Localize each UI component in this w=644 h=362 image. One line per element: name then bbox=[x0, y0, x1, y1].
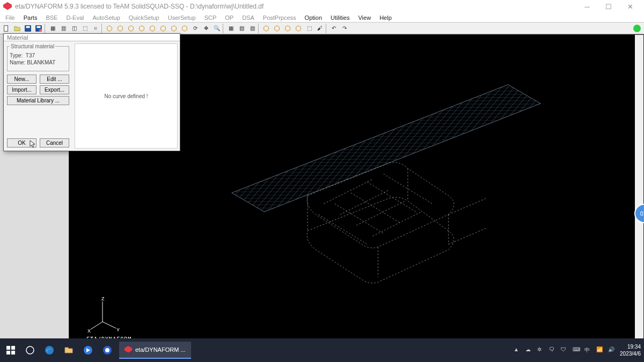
svg-rect-4 bbox=[37, 26, 41, 28]
dialog-title: Material bbox=[4, 34, 180, 41]
new-file-icon[interactable] bbox=[1, 24, 12, 33]
curve-preview: No curve defined ! bbox=[75, 43, 178, 149]
svg-rect-0 bbox=[4, 25, 8, 31]
redo-icon[interactable]: ↷ bbox=[339, 24, 350, 33]
rotate-icon[interactable]: ⟳ bbox=[190, 24, 201, 33]
cube-icon[interactable] bbox=[169, 24, 179, 33]
viewport-scrollbar[interactable] bbox=[635, 35, 643, 340]
cortana-icon[interactable] bbox=[23, 343, 38, 358]
main-toolbar: ▦ ▥ ◫ ⬚ ⌗ ⟳ ✥ 🔍 ▦ ▧ ▨ ⬚ 🖌 ↶ ↷ bbox=[0, 23, 644, 34]
tool-icon[interactable]: ▦ bbox=[47, 24, 58, 33]
menu-usersetup[interactable]: UserSetup bbox=[165, 14, 199, 21]
tray-icon[interactable]: ⌨ bbox=[573, 346, 580, 354]
tray-icon[interactable]: ▲ bbox=[514, 346, 521, 354]
edit-material-button[interactable]: Edit ... bbox=[40, 75, 69, 84]
export-material-button[interactable]: Export... bbox=[40, 85, 69, 94]
menu-bar: FilePartsBSED-EvalAutoSetupQuickSetupUse… bbox=[0, 13, 644, 23]
save-icon[interactable] bbox=[23, 24, 33, 33]
zoom-icon[interactable]: 🔍 bbox=[211, 24, 222, 33]
menu-dsa[interactable]: DSA bbox=[239, 14, 258, 21]
window-title: eta/DYNAFORM 5.9.3 licensed to TeAM Soli… bbox=[15, 3, 264, 10]
maximize-button[interactable]: ☐ bbox=[598, 0, 619, 13]
structural-material-group: Structural material Type: T37 Name: BLAN… bbox=[7, 43, 69, 71]
menu-option[interactable]: Option bbox=[302, 14, 325, 21]
tray-icon[interactable]: 🛡 bbox=[561, 346, 568, 354]
cube-icon[interactable] bbox=[136, 24, 147, 33]
cube-icon[interactable] bbox=[179, 24, 190, 33]
menu-postprpcess[interactable]: PostPrpcess bbox=[260, 14, 299, 21]
cube-icon[interactable] bbox=[126, 24, 136, 33]
tray-icon[interactable]: 🗨 bbox=[549, 346, 557, 354]
file-explorer-icon[interactable] bbox=[61, 343, 76, 358]
new-material-button[interactable]: New... bbox=[7, 75, 36, 84]
cube-icon[interactable] bbox=[272, 24, 282, 33]
svg-rect-25 bbox=[6, 351, 10, 354]
browser-icon[interactable] bbox=[100, 343, 115, 358]
save-as-icon[interactable] bbox=[33, 24, 44, 33]
import-material-button[interactable]: Import... bbox=[7, 85, 36, 94]
svg-rect-2 bbox=[26, 26, 30, 28]
svg-line-19 bbox=[103, 322, 116, 328]
cube-icon[interactable] bbox=[293, 24, 304, 33]
material-dialog: Material Structural material Type: T37 N… bbox=[3, 33, 180, 151]
window-titlebar: eta/DYNAFORM 5.9.3 licensed to TeAM Soli… bbox=[0, 0, 644, 13]
app-icon[interactable] bbox=[80, 343, 96, 358]
undo-icon[interactable]: ↶ bbox=[328, 24, 339, 33]
tool-icon[interactable]: ▥ bbox=[58, 24, 69, 33]
start-button[interactable] bbox=[3, 343, 18, 358]
menu-utilities[interactable]: Utilities bbox=[327, 14, 353, 21]
svg-line-10 bbox=[356, 201, 405, 225]
wifi-icon[interactable]: 📶 bbox=[596, 346, 604, 354]
menu-help[interactable]: Help bbox=[376, 14, 395, 21]
cube-icon[interactable] bbox=[147, 24, 158, 33]
edge-icon[interactable] bbox=[42, 343, 57, 358]
cancel-button[interactable]: Cancel bbox=[40, 138, 69, 147]
svg-point-27 bbox=[26, 346, 34, 354]
minimize-button[interactable]: ─ bbox=[576, 0, 598, 13]
menu-scp[interactable]: SCP bbox=[201, 14, 220, 21]
svg-marker-7 bbox=[232, 85, 540, 212]
app-logo-icon bbox=[125, 346, 132, 353]
volume-icon[interactable]: 🔊 bbox=[608, 346, 616, 354]
menu-op[interactable]: OP bbox=[222, 14, 237, 21]
svg-line-11 bbox=[372, 212, 421, 236]
tool-icon[interactable]: ⌗ bbox=[90, 24, 101, 33]
tray-icon[interactable]: 中 bbox=[584, 346, 592, 354]
svg-rect-23 bbox=[6, 346, 10, 350]
cube-icon[interactable] bbox=[104, 24, 115, 33]
brush-icon[interactable]: 🖌 bbox=[314, 24, 325, 33]
menu-d-eval[interactable]: D-Eval bbox=[63, 14, 87, 21]
cube-icon[interactable] bbox=[115, 24, 126, 33]
windows-taskbar[interactable]: eta/DYNAFORM ... ▲ ☁ ✲ 🗨 🛡 ⌨ 中 📶 🔊 19:34… bbox=[0, 338, 644, 362]
tool-icon[interactable]: ⬚ bbox=[304, 24, 314, 33]
svg-line-15 bbox=[367, 182, 416, 212]
cube-icon[interactable] bbox=[282, 24, 293, 33]
menu-quicksetup[interactable]: QuickSetup bbox=[126, 14, 163, 21]
close-button[interactable]: ✕ bbox=[619, 0, 641, 13]
taskbar-clock[interactable]: 19:34 2023/4/6 bbox=[620, 343, 641, 357]
grid-icon[interactable]: ▨ bbox=[247, 24, 258, 33]
svg-text:X: X bbox=[87, 328, 91, 334]
ok-button[interactable]: OK bbox=[7, 138, 36, 147]
menu-bse[interactable]: BSE bbox=[42, 14, 61, 21]
material-type-value: T37 bbox=[26, 53, 35, 58]
grid-icon[interactable]: ▧ bbox=[236, 24, 247, 33]
tray-icon[interactable]: ✲ bbox=[537, 346, 545, 354]
grid-icon[interactable]: ▦ bbox=[225, 24, 236, 33]
cube-icon[interactable] bbox=[158, 24, 169, 33]
taskbar-app-button[interactable]: eta/DYNAFORM ... bbox=[119, 342, 191, 359]
move-icon[interactable]: ✥ bbox=[201, 24, 211, 33]
tool-icon[interactable]: ◫ bbox=[69, 24, 79, 33]
menu-parts[interactable]: Parts bbox=[20, 14, 41, 21]
cube-icon[interactable] bbox=[261, 24, 272, 33]
svg-rect-24 bbox=[11, 346, 15, 350]
menu-file[interactable]: File bbox=[2, 14, 18, 21]
svg-text:Z: Z bbox=[101, 296, 105, 301]
menu-autosetup[interactable]: AutoSetup bbox=[89, 14, 123, 21]
material-library-button[interactable]: Material Library ... bbox=[7, 96, 69, 105]
material-name-value: BLANKMAT bbox=[27, 60, 55, 65]
open-file-icon[interactable] bbox=[12, 24, 23, 33]
menu-view[interactable]: View bbox=[355, 14, 374, 21]
tool-icon[interactable]: ⬚ bbox=[79, 24, 90, 33]
tray-icon[interactable]: ☁ bbox=[525, 346, 533, 354]
